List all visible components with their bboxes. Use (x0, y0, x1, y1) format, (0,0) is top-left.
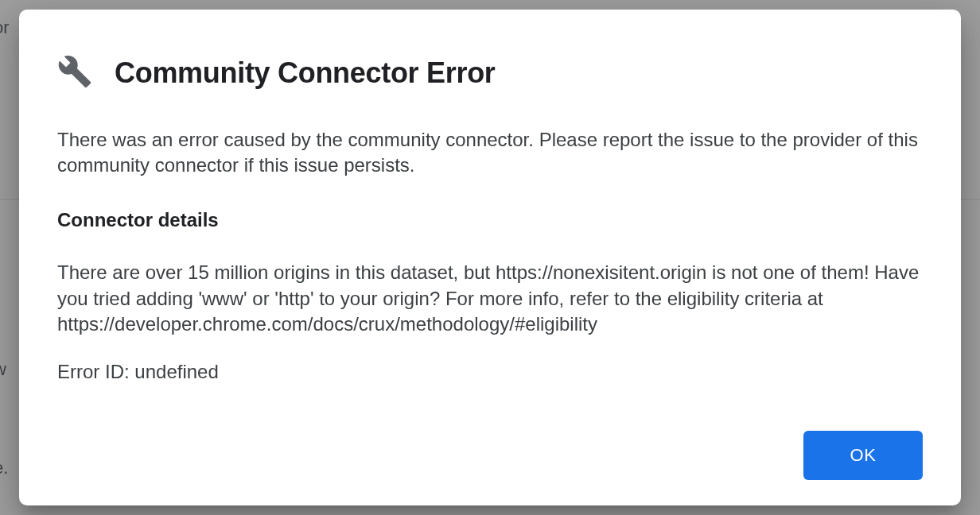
details-heading: Connector details (57, 207, 923, 233)
wrench-icon (57, 54, 92, 92)
ok-button[interactable]: OK (803, 431, 923, 480)
error-id: Error ID: undefined (57, 359, 923, 385)
dialog-intro: There was an error caused by the communi… (57, 127, 923, 179)
dialog-body: There was an error caused by the communi… (57, 127, 923, 401)
error-dialog: Community Connector Error There was an e… (19, 10, 961, 505)
dialog-header: Community Connector Error (57, 54, 923, 92)
dialog-title: Community Connector Error (115, 56, 496, 90)
dialog-actions: OK (57, 431, 923, 480)
details-text: There are over 15 million origins in thi… (57, 260, 923, 337)
